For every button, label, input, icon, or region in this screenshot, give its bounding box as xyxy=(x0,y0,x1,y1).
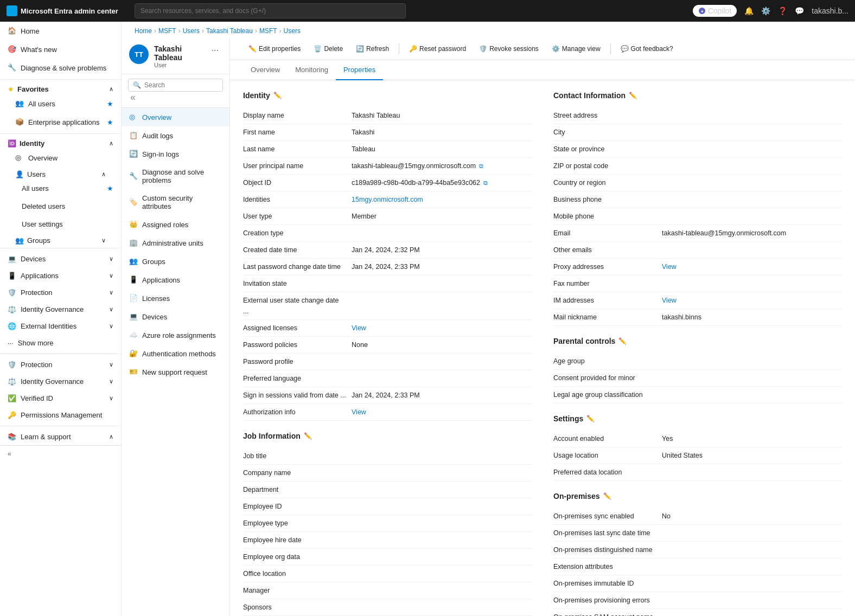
inner-search-input[interactable] xyxy=(144,81,226,89)
breadcrumb-home[interactable]: Home xyxy=(135,27,152,35)
tab-monitoring[interactable]: Monitoring xyxy=(288,60,336,80)
breadcrumb-msft-2[interactable]: MSFT xyxy=(259,27,277,35)
groups-subsection-header[interactable]: 👥 Groups ∨ xyxy=(0,233,121,246)
settings-icon[interactable]: ⚙️ xyxy=(761,7,770,15)
sidebar-item-home[interactable]: 🏠 Home xyxy=(0,22,121,40)
sidebar-item-whats-new[interactable]: 🎯 What's new xyxy=(0,40,121,59)
prop-row: Age group xyxy=(553,353,842,370)
contact-edit-icon[interactable]: ✏️ xyxy=(629,92,637,99)
breadcrumb-users-1[interactable]: Users xyxy=(183,27,200,35)
settings-section: Settings ✏️ Account enabledYesUsage loca… xyxy=(553,414,842,481)
inner-nav-auth-methods[interactable]: 🔐 Authentication methods xyxy=(122,344,229,363)
prop-link[interactable]: View xyxy=(352,323,366,333)
prop-label: Business phone xyxy=(553,194,662,205)
identity-section-header[interactable]: 🆔 Identity ∧ xyxy=(0,136,121,149)
breadcrumb-user-name[interactable]: Takashi Tableau xyxy=(206,27,253,35)
overview-icon-small: ◎ xyxy=(15,153,24,162)
prop-link[interactable]: View xyxy=(662,295,677,306)
sidebar-item-all-users[interactable]: All users ★ xyxy=(0,179,121,197)
sidebar-item-deleted-users[interactable]: Deleted users xyxy=(0,197,121,215)
sidebar-item-applications[interactable]: 📱 Applications ∨ xyxy=(0,267,121,284)
identity-gov-chevron[interactable]: ∨ xyxy=(109,306,113,313)
inner-nav-audit-logs[interactable]: 📋 Audit logs xyxy=(122,126,229,145)
settings-edit-icon[interactable]: ✏️ xyxy=(586,415,595,422)
copy-icon[interactable]: ⧉ xyxy=(483,177,488,188)
protection-2-chevron[interactable]: ∨ xyxy=(109,361,113,368)
identity-chevron[interactable]: ∧ xyxy=(109,140,113,147)
feedback-icon[interactable]: 💬 xyxy=(795,7,804,15)
delete-button[interactable]: 🗑️ Delete xyxy=(308,42,348,55)
identity-gov-2-chevron[interactable]: ∨ xyxy=(109,378,113,385)
sidebar-item-protection[interactable]: 🛡️ Protection ∨ xyxy=(0,284,121,301)
inner-sidebar-collapse-icon[interactable]: « xyxy=(130,92,136,102)
inner-nav-assigned-roles[interactable]: 👑 Assigned roles xyxy=(122,215,229,234)
favorites-chevron[interactable]: ∧ xyxy=(109,86,113,93)
sidebar-item-identity-governance-2[interactable]: ⚖️ Identity Governance ∨ xyxy=(0,373,121,390)
breadcrumb-users-2[interactable]: Users xyxy=(284,27,301,35)
applications-chevron[interactable]: ∨ xyxy=(109,272,113,279)
prop-link[interactable]: View xyxy=(662,261,677,272)
sidebar-item-verified-id[interactable]: ✅ Verified ID ∨ xyxy=(0,390,121,407)
tab-properties[interactable]: Properties xyxy=(336,60,383,80)
prop-link[interactable]: 15mgy.onmicrosoft.com xyxy=(352,194,423,205)
feedback-button[interactable]: 💬 Got feedback? xyxy=(615,42,679,55)
inner-nav-applications[interactable]: 📱 Applications xyxy=(122,271,229,289)
edit-properties-button[interactable]: ✏️ Edit properties xyxy=(243,42,306,55)
identity-edit-icon[interactable]: ✏️ xyxy=(273,92,282,99)
groups-chevron[interactable]: ∨ xyxy=(101,237,106,244)
inner-nav-diagnose[interactable]: 🔧 Diagnose and solve problems xyxy=(122,163,229,189)
inner-nav-admin-units[interactable]: 🏢 Administrative units xyxy=(122,234,229,252)
inner-groups-icon: 👥 xyxy=(129,257,138,266)
inner-nav-devices[interactable]: 💻 Devices xyxy=(122,307,229,326)
protection-chevron[interactable]: ∨ xyxy=(109,289,113,296)
sidebar-item-show-more[interactable]: ··· Show more xyxy=(0,335,121,351)
contact-section: Contact Information ✏️ Street addressCit… xyxy=(553,91,842,326)
content-area: Home › MSFT › Users › Takashi Tableau › … xyxy=(122,22,855,616)
sidebar-item-devices[interactable]: 💻 Devices ∨ xyxy=(0,251,121,267)
inner-nav-new-support[interactable]: 🎫 New support request xyxy=(122,363,229,381)
help-icon[interactable]: ❓ xyxy=(778,7,787,15)
notifications-icon[interactable]: 🔔 xyxy=(744,7,754,15)
sidebar-item-external-id[interactable]: 🌐 External Identities ∨ xyxy=(0,318,121,335)
inner-nav-groups[interactable]: 👥 Groups xyxy=(122,252,229,271)
job-edit-icon[interactable]: ✏️ xyxy=(304,432,312,440)
sidebar-item-identity-governance[interactable]: ⚖️ Identity Governance ∨ xyxy=(0,301,121,318)
copy-icon[interactable]: ⧉ xyxy=(479,161,483,171)
inner-nav-licenses[interactable]: 📄 Licenses xyxy=(122,289,229,307)
reset-password-button[interactable]: 🔑 Reset password xyxy=(404,42,471,55)
learn-chevron[interactable]: ∧ xyxy=(109,433,113,440)
sidebar-item-enterprise-apps-fav[interactable]: 📦 Enterprise applications ★ xyxy=(0,113,121,131)
external-id-chevron[interactable]: ∨ xyxy=(109,323,113,330)
sidebar-item-all-users-fav[interactable]: 👥 All users ★ xyxy=(0,94,121,113)
verified-id-chevron[interactable]: ∨ xyxy=(109,395,113,402)
inner-nav-custom-security[interactable]: 🏷️ Custom security attributes xyxy=(122,189,229,215)
revoke-sessions-button[interactable]: 🛡️ Revoke sessions xyxy=(474,42,544,55)
sidebar-item-protection-2[interactable]: 🛡️ Protection ∨ xyxy=(0,356,121,373)
sidebar-item-permissions[interactable]: 🔑 Permissions Management xyxy=(0,407,121,424)
sidebar-item-diagnose[interactable]: 🔧 Diagnose & solve problems xyxy=(0,59,121,77)
sidebar-item-user-settings[interactable]: User settings xyxy=(0,215,121,233)
prop-value: View xyxy=(662,261,842,272)
users-sub-chevron[interactable]: ∧ xyxy=(101,171,106,178)
prop-text: takashi.binns xyxy=(662,312,701,323)
user-name[interactable]: takashi.b... xyxy=(812,7,848,15)
inner-nav-azure-roles[interactable]: ☁️ Azure role assignments xyxy=(122,326,229,344)
onprem-edit-icon[interactable]: ✏️ xyxy=(603,492,611,500)
manage-view-button[interactable]: ⚙️ Manage view xyxy=(546,42,606,55)
inner-nav-overview[interactable]: ◎ Overview xyxy=(122,108,229,126)
users-subsection-header[interactable]: 👤 Users ∧ xyxy=(0,167,121,179)
tab-overview[interactable]: Overview xyxy=(243,60,288,80)
breadcrumb-msft-1[interactable]: MSFT xyxy=(158,27,176,35)
sidebar-collapse-button[interactable]: « xyxy=(0,445,121,462)
devices-chevron[interactable]: ∨ xyxy=(109,255,113,262)
sidebar-item-identity-overview[interactable]: ◎ Overview xyxy=(0,149,121,167)
search-input[interactable] xyxy=(135,3,406,18)
copilot-button[interactable]: ✦ Copilot xyxy=(693,5,737,17)
parental-edit-icon[interactable]: ✏️ xyxy=(618,337,627,345)
prop-link[interactable]: View xyxy=(352,407,366,418)
user-more-options-button[interactable]: ··· xyxy=(208,44,222,56)
sidebar-item-learn[interactable]: 📚 Learn & support ∧ xyxy=(0,428,121,445)
learn-label: Learn & support xyxy=(21,433,71,441)
inner-nav-signin-logs[interactable]: 🔄 Sign-in logs xyxy=(122,145,229,163)
refresh-button[interactable]: 🔄 Refresh xyxy=(350,42,394,55)
